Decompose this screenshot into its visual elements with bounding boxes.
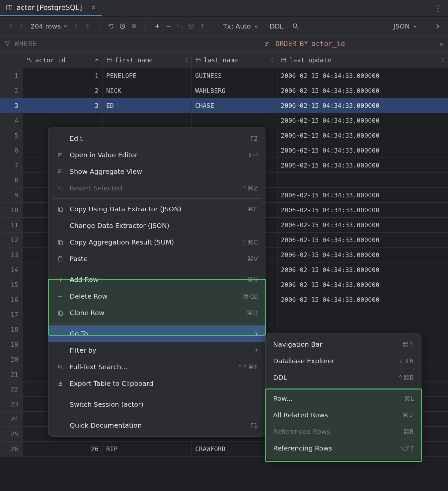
cell-first-name[interactable]: NICK [103,83,192,98]
reload-icon[interactable] [106,21,117,32]
ddl-button[interactable]: DDL [267,22,286,30]
menu-full-text-search[interactable]: Full-Text Search... ⌃⇧⌘F [48,359,265,375]
add-icon[interactable] [152,21,163,32]
cell-actor-id[interactable] [23,113,103,128]
cell-last-update[interactable]: 2006-02-15 04:34:33.000000 [277,188,448,202]
submenu-ddl[interactable]: DDL ⌃⌘B [266,369,421,386]
last-page-icon[interactable] [82,21,93,32]
submit-icon[interactable] [197,21,208,32]
menu-filter-by[interactable]: Filter by [48,342,265,359]
next-page-icon[interactable] [71,21,82,32]
cell-last-update[interactable]: 2006-02-15 04:34:33.000000 [277,247,448,262]
search-icon[interactable] [290,21,301,32]
menu-paste[interactable]: Paste ⌘V [48,250,265,267]
reload-scheduled-icon[interactable] [117,21,128,32]
menu-export-clipboard[interactable]: Export Table to Clipboard [48,375,265,392]
chevron-right-icon [255,331,258,336]
cell-last-update[interactable]: 2006-02-15 04:34:33.000000 [277,128,448,143]
where-filter[interactable]: WHERE [0,40,259,48]
table-row[interactable]: 11PENELOPEGUINESS2006-02-15 04:34:33.000… [0,68,448,83]
cell-last-update[interactable]: 2006-02-15 04:34:33.000000 [277,292,448,307]
submenu-row[interactable]: Row... ⌘L [266,390,421,407]
cell-last-name[interactable]: CRAWFORD [192,442,277,456]
prev-page-icon[interactable] [16,21,27,32]
cell-last-update[interactable]: 2006-02-15 04:34:33.000000 [277,143,448,158]
cell-last-name[interactable]: CHASE [192,98,277,113]
submenu-referenced-rows: Referenced Rows ⌘B [266,423,421,440]
expand-icon[interactable] [432,21,443,32]
menu-open-value-editor[interactable]: Open in Value Editor ⇧⏎ [48,147,265,163]
cell-actor-id[interactable]: 2 [23,83,103,98]
close-icon[interactable]: ✕ [91,4,96,12]
cell-first-name[interactable]: PENELOPE [103,68,192,83]
key-icon [27,57,33,63]
cell-last-update[interactable]: 2006-02-15 04:34:33.000000 [277,68,448,83]
submenu-database-explorer[interactable]: Database Explorer ⌥⇧B [266,353,421,369]
menu-add-row[interactable]: Add Row ⌘N [48,271,265,288]
menu-edit[interactable]: Edit F2 [48,130,265,147]
rollback-icon[interactable] [174,21,186,32]
row-number: 25 [0,427,23,441]
cell-actor-id[interactable]: 26 [23,442,103,456]
cell-actor-id[interactable]: 1 [23,68,103,83]
chevron-down-icon [63,24,67,28]
column-header-first-name[interactable]: first_name [103,52,192,68]
cell-first-name[interactable]: RIP [103,442,192,456]
cell-last-update[interactable]: 2006-02-15 04:34:33.000000 [277,233,448,247]
table-row[interactable]: 42006-02-15 04:34:33.000000 [0,113,448,128]
cell-last-update[interactable]: 2006-02-15 04:34:33.000000 [277,277,448,292]
row-count[interactable]: 204 rows [27,22,71,30]
tx-mode-button[interactable]: Tx: Auto [220,22,261,30]
submenu-referencing-rows[interactable]: Referencing Rows ⌥F7 [266,440,421,456]
cell-last-update[interactable]: 2006-02-15 04:34:33.000000 [277,158,448,173]
column-header-last-name[interactable]: last_name [192,52,277,68]
menu-clone-row[interactable]: Clone Row ⌘D [48,305,265,321]
menu-copy-aggregation[interactable]: Copy Aggregation Result (SUM) ⇧⌘C [48,234,265,250]
cell-actor-id[interactable]: 3 [23,98,103,113]
order-by-filter[interactable]: ORDER BY actor_id ✕ [259,40,448,48]
menu-copy-extractor[interactable]: Copy Using Data Extractor (JSON) ⌘C [48,201,265,217]
menu-change-extractor[interactable]: Change Data Extractor (JSON) [48,217,265,234]
close-icon[interactable]: ✕ [439,40,443,48]
row-number: 5 [0,128,23,143]
menu-go-to[interactable]: Go To [48,325,265,342]
submenu-all-related-rows[interactable]: All Related Rows ⌘↓ [266,407,421,423]
cell-first-name[interactable] [103,113,192,128]
table-row[interactable]: 22NICKWAHLBERG2006-02-15 04:34:33.000000 [0,83,448,98]
submenu-navigation-bar[interactable]: Navigation Bar ⌘↑ [266,336,421,353]
cell-last-update[interactable]: 2006-02-15 04:34:33.000000 [277,203,448,217]
cell-last-name[interactable]: WAHLBERG [192,83,277,98]
cell-last-update[interactable]: 2006-02-15 04:34:33.000000 [277,218,448,232]
data-extractor-button[interactable]: JSON [391,22,420,30]
remove-icon[interactable] [163,21,174,32]
column-header-last-update[interactable]: last_update [277,52,448,68]
cell-last-update[interactable]: 2006-02-15 04:34:33.000000 [277,98,448,113]
cell-first-name[interactable]: ED [103,98,192,113]
row-number: 18 [0,322,23,337]
preview-changes-icon[interactable] [186,21,197,32]
row-number: 10 [0,203,23,217]
first-page-icon[interactable] [5,21,16,32]
cell-last-update[interactable]: 2006-02-15 04:34:33.000000 [277,262,448,277]
menu-quick-documentation[interactable]: Quick Documentation F1 [48,417,265,434]
table-icon [6,4,13,11]
menu-delete-row[interactable]: Delete Row ⌘⌫ [48,288,265,305]
column-header-actor-id[interactable]: actor_id [23,52,103,68]
cell-last-name[interactable] [192,113,277,128]
menu-switch-session[interactable]: Switch Session (actor) [48,396,265,413]
cell-last-name[interactable]: GUINESS [192,68,277,83]
more-icon[interactable]: ⋮ [434,4,442,13]
copy-icon [56,239,65,245]
paste-icon [56,256,65,262]
cell-last-update[interactable]: 2006-02-15 04:34:33.000000 [277,83,448,98]
menu-show-aggregate[interactable]: Show Aggregate View [48,163,265,180]
sort-icon [265,41,271,46]
tab-actor[interactable]: actor [PostgreSQL] ✕ [0,0,102,16]
row-number: 24 [0,412,23,426]
cell-last-update[interactable]: 2006-02-15 04:34:33.000000 [277,113,448,128]
stop-icon[interactable] [128,21,139,32]
table-row[interactable]: 33EDCHASE2006-02-15 04:34:33.000000 [0,98,448,113]
cell-last-update[interactable] [277,173,448,187]
row-number: 26 [0,442,23,456]
cell-last-update[interactable] [277,307,448,322]
